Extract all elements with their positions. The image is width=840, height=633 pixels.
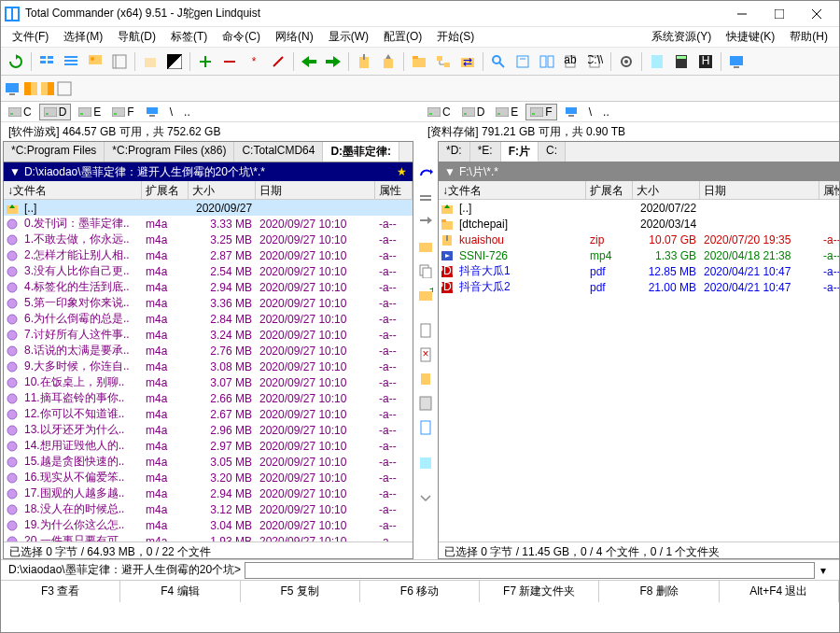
file-row[interactable]: [..]2020/07/22 18:24---- xyxy=(439,200,840,216)
back-icon[interactable] xyxy=(298,50,320,73)
column-header[interactable]: 日期 xyxy=(700,181,819,199)
menu-item[interactable]: 系统资源(Y) xyxy=(644,28,719,45)
file-row[interactable]: PDF抖音大瓜2pdf21.00 MB2020/04/21 10:47-a-- xyxy=(439,279,840,295)
file-row[interactable]: 12.你可以不知道谁..m4a2.67 MB2020/09/27 10:10-a… xyxy=(4,406,413,422)
file-row[interactable]: 5.第一印象对你来说..m4a3.36 MB2020/09/27 10:10-a… xyxy=(4,295,413,311)
file-row[interactable]: 17.围观的人越多越..m4a2.94 MB2020/09/27 10:10-a… xyxy=(4,485,413,501)
nav-button[interactable]: \ xyxy=(166,105,176,120)
copy-paths-icon[interactable]: C:\\ xyxy=(584,50,607,73)
panel2-icon[interactable] xyxy=(40,81,55,96)
file-row[interactable]: 18.没人在的时候总..m4a3.12 MB2020/09/27 10:10-a… xyxy=(4,501,413,517)
close-button[interactable] xyxy=(798,5,835,23)
drive-button[interactable]: D xyxy=(39,104,72,120)
invert-icon[interactable] xyxy=(163,50,186,73)
doc-mid-icon[interactable] xyxy=(415,320,436,341)
menu-item[interactable]: 开始(S) xyxy=(429,28,482,45)
copy-names-icon[interactable]: ab xyxy=(560,50,582,73)
drive-button[interactable]: F xyxy=(525,104,556,120)
file-row[interactable]: 2.怎样才能让别人相..m4a2.87 MB2020/09/27 10:10-a… xyxy=(4,247,413,263)
menu-item[interactable]: 文件(F) xyxy=(5,28,56,45)
expand-icon[interactable] xyxy=(415,488,436,509)
file-row[interactable]: 4.标签化的生活到底..m4a2.94 MB2020/09/27 10:10-a… xyxy=(4,279,413,295)
view-thumbs-icon[interactable] xyxy=(84,50,106,73)
sync-icon[interactable] xyxy=(536,50,558,73)
column-header[interactable]: 扩展名 xyxy=(142,181,189,199)
file-row[interactable]: 6.为什么倒霉的总是..m4a2.84 MB2020/09/27 10:10-a… xyxy=(4,311,413,327)
doc2-mid-icon[interactable] xyxy=(415,417,436,438)
desktop-icon[interactable] xyxy=(725,50,748,73)
cmd-input[interactable] xyxy=(245,562,815,579)
view-tree-icon[interactable] xyxy=(108,50,131,73)
drive-button[interactable]: E xyxy=(492,105,522,120)
tab[interactable]: C: xyxy=(539,142,566,162)
menu-item[interactable]: 命令(C) xyxy=(215,28,268,45)
panel3-icon[interactable] xyxy=(57,81,72,96)
dropdown-icon[interactable]: ▾ xyxy=(815,564,832,577)
select-minus-icon[interactable] xyxy=(218,50,241,73)
nav-button[interactable]: \ xyxy=(585,105,595,120)
folder-icon[interactable] xyxy=(408,50,430,73)
drive-button[interactable]: C xyxy=(5,105,35,120)
function-key[interactable]: F4 编辑 xyxy=(120,581,240,602)
tab[interactable]: *E: xyxy=(470,142,501,162)
menu-item[interactable]: 导航(D) xyxy=(110,28,163,45)
maximize-button[interactable] xyxy=(761,5,798,23)
file-row[interactable]: 9.大多时候，你连自..m4a3.08 MB2020/09/27 10:10-a… xyxy=(4,359,413,374)
unpack-icon[interactable] xyxy=(377,50,399,73)
file-row[interactable]: 15.越是贪图快速的..m4a3.05 MB2020/09/27 10:10-a… xyxy=(4,454,413,470)
drive-button[interactable]: C xyxy=(424,105,455,120)
notepad-icon[interactable] xyxy=(646,50,668,73)
calc-icon[interactable] xyxy=(670,50,693,73)
file-row[interactable]: 7.讨好所有人这件事..m4a3.24 MB2020/09/27 10:10-a… xyxy=(4,327,413,343)
select-star-icon[interactable]: * xyxy=(243,50,265,73)
file-row[interactable]: 1.不敢去做，你永远..m4a3.25 MB2020/09/27 10:10-a… xyxy=(4,232,413,247)
list-mid-icon[interactable] xyxy=(415,453,436,473)
nav-button[interactable]: .. xyxy=(180,105,194,120)
file-row[interactable]: 16.现实从不偏爱笨..m4a3.20 MB2020/09/27 10:10-a… xyxy=(4,470,413,485)
view-brief-icon[interactable] xyxy=(35,50,58,73)
file-row[interactable]: 14.想用证毁他人的..m4a2.97 MB2020/09/27 10:10-a… xyxy=(4,438,413,454)
file-row[interactable]: kuaishouzip10.07 GB2020/07/20 19:35-a-- xyxy=(439,232,840,247)
file-row[interactable]: 11.摘耳盗铃的事你..m4a2.66 MB2020/09/27 10:10-a… xyxy=(4,390,413,406)
file-row[interactable]: 8.话说的太满是要承..m4a2.76 MB2020/09/27 10:10-a… xyxy=(4,343,413,359)
minimize-button[interactable] xyxy=(723,5,761,23)
view-full-icon[interactable] xyxy=(60,50,82,73)
file-row[interactable]: 19.为什么你这么怎..m4a3.04 MB2020/09/27 10:10-a… xyxy=(4,517,413,533)
show-hidden-icon[interactable] xyxy=(139,50,161,73)
function-key[interactable]: F7 新建文件夹 xyxy=(480,581,599,602)
file-row[interactable]: SSNI-726mp41.33 GB2020/04/18 21:38-a-- xyxy=(439,247,840,263)
menu-item[interactable]: 帮助(H) xyxy=(782,28,835,45)
favorite-icon[interactable]: ★ xyxy=(397,165,407,178)
column-header[interactable]: 扩展名 xyxy=(586,181,633,199)
column-header[interactable]: 日期 xyxy=(256,181,375,199)
dropdown-icon[interactable]: ▼ xyxy=(444,165,455,178)
column-header[interactable]: ↓文件名 xyxy=(4,181,142,199)
left-pathbar[interactable]: ▼ D:\xiaodao\墨菲定律：避开人生倒霉的20个坑\*.* ★ xyxy=(4,162,413,181)
folder-sync-icon[interactable]: ⇄ xyxy=(456,50,479,73)
column-header[interactable]: ↓文件名 xyxy=(439,181,586,199)
monitor-icon[interactable] xyxy=(5,81,20,96)
file-row[interactable]: [..]2020/09/27 10:10---- xyxy=(4,200,413,216)
menu-item[interactable]: 配置(O) xyxy=(376,28,429,45)
right-filelist[interactable]: [..]2020/07/22 18:24----[dtchepai]2020/0… xyxy=(439,200,840,542)
nav-up-icon[interactable] xyxy=(415,163,436,184)
tab[interactable]: F:片 xyxy=(501,142,539,162)
menu-item[interactable]: 选择(M) xyxy=(56,28,110,45)
forward-icon[interactable] xyxy=(322,50,344,73)
pack-icon[interactable] xyxy=(353,50,375,73)
column-header[interactable]: 属性 xyxy=(375,181,413,199)
nav-button[interactable]: .. xyxy=(599,105,613,120)
swap-icon[interactable] xyxy=(415,212,436,232)
tab[interactable]: *D: xyxy=(439,142,470,162)
drive-button[interactable]: F xyxy=(108,105,137,120)
file-row[interactable]: 10.在饭桌上，别聊..m4a3.07 MB2020/09/27 10:10-a… xyxy=(4,374,413,390)
hex-icon[interactable]: H xyxy=(694,50,717,73)
refresh-icon[interactable] xyxy=(5,50,27,73)
select-plus-icon[interactable] xyxy=(194,50,217,73)
panel1-icon[interactable] xyxy=(23,81,38,96)
tab[interactable]: *C:Program Files (x86) xyxy=(105,142,234,162)
tab[interactable]: D:墨菲定律: xyxy=(323,142,399,162)
column-header[interactable]: 大小 xyxy=(633,181,700,199)
file-row[interactable]: 0.发刊词：墨菲定律..m4a3.33 MB2020/09/27 10:10-a… xyxy=(4,216,413,232)
search-icon[interactable] xyxy=(487,50,510,73)
